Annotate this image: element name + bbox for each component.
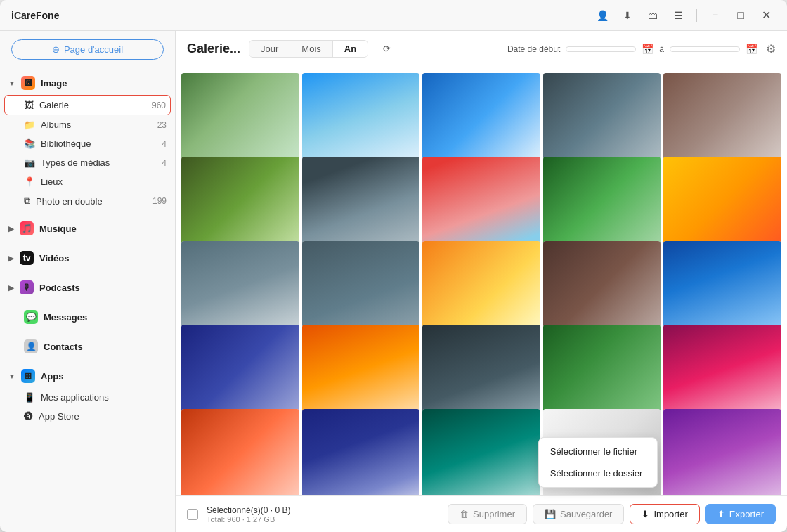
delete-icon: 🗑 (460, 509, 469, 519)
lieux-icon: 📍 (24, 176, 35, 187)
close-btn[interactable]: ✕ (756, 6, 776, 25)
photo-item[interactable] (181, 325, 299, 415)
types-icon: 📷 (24, 157, 35, 168)
sidebar-section-contacts: 👤 Contacts (0, 332, 175, 361)
content-title: Galerie... (187, 41, 240, 56)
photo-item[interactable] (181, 157, 299, 247)
chevron-down-icon: ▼ (8, 79, 15, 87)
galerie-icon: 🖼 (25, 100, 34, 110)
sidebar-item-image[interactable]: ▼ 🖼 Image (0, 71, 175, 95)
photo-item[interactable] (302, 241, 420, 332)
photo-item[interactable] (181, 409, 299, 495)
photo-item[interactable] (422, 325, 540, 415)
photo-item[interactable] (302, 73, 420, 164)
messages-icon: 💬 (24, 310, 38, 324)
export-button[interactable]: ⬆ Exporter (705, 504, 776, 524)
sidebar-item-mes-applications[interactable]: 📱 Mes applications (0, 388, 175, 407)
sidebar-item-albums[interactable]: 📁 Albums 23 (0, 115, 175, 134)
sidebar-section-messages: 💬 Messages (0, 302, 175, 332)
total-info: Total: 960 · 1.27 GB (207, 515, 290, 524)
date-from-input[interactable] (566, 46, 636, 52)
person-icon[interactable]: 👤 (592, 6, 612, 25)
main-layout: ⊕ Page d'accueil ▼ 🖼 Image 🖼 Galerie 960… (0, 31, 787, 532)
bibliotheque-icon: 📚 (24, 138, 35, 149)
photo-item[interactable] (543, 325, 661, 415)
bottom-actions: 🗑 Supprimer 💾 Sauvegarder ⬇ Importer (448, 504, 776, 524)
sidebar-item-types-medias[interactable]: 📷 Types de médias 4 (0, 153, 175, 172)
photo-item[interactable] (181, 241, 299, 332)
dropdown-item-fichier[interactable]: Sélectionner le fichier (539, 441, 657, 462)
date-from-label: Date de début (507, 44, 560, 54)
import-dropdown: Sélectionner le fichier Sélectionner le … (538, 437, 658, 488)
app-store-icon: 🅐 (24, 411, 33, 422)
sidebar-item-photo-double[interactable]: ⧉ Photo en double 199 (0, 191, 175, 211)
image-icon: 🖼 (21, 76, 35, 90)
photo-item[interactable] (543, 157, 661, 247)
photo-item[interactable] (663, 73, 781, 164)
download-icon[interactable]: ⬇ (618, 6, 637, 25)
home-button[interactable]: ⊕ Page d'accueil (11, 39, 164, 60)
refresh-button[interactable]: ⟳ (377, 39, 396, 59)
menu-icon[interactable]: ☰ (668, 6, 688, 25)
photo-grid (176, 67, 787, 495)
photo-item[interactable] (422, 409, 540, 495)
save-button[interactable]: 💾 Sauvegarder (533, 504, 624, 524)
sidebar: ⊕ Page d'accueil ▼ 🖼 Image 🖼 Galerie 960… (0, 31, 176, 532)
photo-item[interactable] (663, 325, 781, 415)
photo-item[interactable] (302, 325, 420, 415)
sidebar-item-bibliotheque[interactable]: 📚 Bibliothèque 4 (0, 134, 175, 153)
chevron-right-icon-2: ▶ (8, 254, 14, 262)
photo-item[interactable] (302, 409, 420, 495)
sidebar-item-app-store[interactable]: 🅐 App Store (0, 407, 175, 426)
import-icon: ⬇ (642, 509, 649, 519)
photo-item[interactable] (302, 157, 420, 247)
sidebar-item-videos[interactable]: ▶ tv Vidéos (0, 246, 175, 270)
box-icon[interactable]: 🗃 (643, 6, 663, 25)
photo-item[interactable] (422, 157, 540, 247)
minimize-btn[interactable]: － (705, 6, 725, 25)
date-to-input[interactable] (670, 46, 740, 52)
titlebar-controls: 👤 ⬇ 🗃 ☰ － □ ✕ (592, 6, 776, 25)
photo-item[interactable] (422, 73, 540, 164)
sidebar-item-messages[interactable]: 💬 Messages (0, 305, 175, 329)
photo-item[interactable] (663, 241, 781, 332)
contacts-icon: 👤 (24, 339, 38, 353)
import-button[interactable]: ⬇ Importer (630, 504, 699, 524)
videos-icon: tv (20, 251, 34, 265)
photo-item[interactable] (422, 241, 540, 332)
content-area: Galerie... Jour Mois An ⟳ Date de début … (176, 31, 787, 532)
calendar-from-icon[interactable]: 📅 (642, 44, 653, 55)
home-icon: ⊕ (52, 44, 60, 55)
photo-item[interactable] (543, 241, 661, 332)
sidebar-item-podcasts[interactable]: ▶ 🎙 Podcasts (0, 275, 175, 299)
photo-item[interactable] (663, 409, 781, 495)
tab-group: Jour Mois An (249, 40, 368, 58)
albums-icon: 📁 (24, 119, 35, 130)
sidebar-section-musique: ▶ 🎵 Musique (0, 214, 175, 243)
dropdown-item-dossier[interactable]: Sélectionner le dossier (539, 462, 657, 484)
bottom-bar: Sélectionné(s)(0 · 0 B) Total: 960 · 1.2… (176, 495, 787, 532)
sidebar-item-musique[interactable]: ▶ 🎵 Musique (0, 216, 175, 240)
maximize-btn[interactable]: □ (731, 6, 750, 25)
selected-info: Sélectionné(s)(0 · 0 B) (207, 505, 290, 515)
sidebar-item-contacts[interactable]: 👤 Contacts (0, 335, 175, 358)
photo-item[interactable] (181, 73, 299, 164)
sidebar-item-lieux[interactable]: 📍 Lieux (0, 172, 175, 191)
select-all-checkbox[interactable] (187, 509, 198, 520)
musique-icon: 🎵 (20, 221, 34, 235)
filter-settings-icon[interactable]: ⚙ (766, 42, 776, 56)
tab-an[interactable]: An (333, 41, 368, 57)
app-title: iCareFone (11, 10, 592, 21)
photo-item[interactable] (663, 157, 781, 247)
delete-button[interactable]: 🗑 Supprimer (448, 504, 527, 524)
sidebar-item-apps[interactable]: ▼ ⊞ Apps (0, 364, 175, 388)
tab-mois[interactable]: Mois (290, 41, 332, 57)
sidebar-item-galerie[interactable]: 🖼 Galerie 960 (4, 95, 171, 115)
calendar-to-icon[interactable]: 📅 (746, 44, 757, 55)
app-window: iCareFone 👤 ⬇ 🗃 ☰ － □ ✕ ⊕ Page d'accueil… (0, 0, 787, 532)
photo-item[interactable] (543, 73, 661, 164)
tab-jour[interactable]: Jour (249, 41, 290, 57)
podcasts-icon: 🎙 (20, 280, 34, 294)
chevron-right-icon: ▶ (8, 225, 14, 233)
apps-icon: ⊞ (21, 369, 35, 383)
